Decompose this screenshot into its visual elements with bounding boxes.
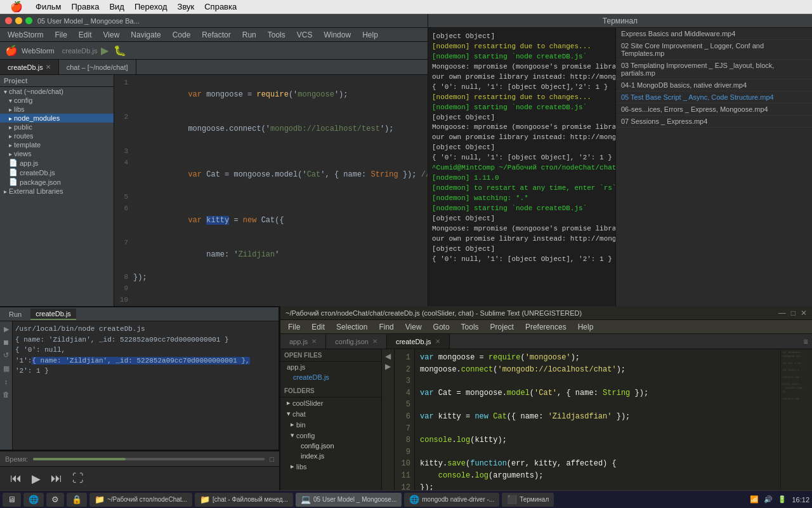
run-button[interactable]: ▶ — [100, 43, 110, 58]
tab-chat[interactable]: chat – [~/node/chat] — [59, 60, 136, 74]
menu-edit[interactable]: Правка — [71, 2, 99, 11]
sublime-tab-appjs[interactable]: app.js ✕ — [280, 334, 326, 349]
run-icon-scroll[interactable]: ↕ — [3, 377, 10, 387]
run-icon-filter[interactable]: ▦ — [2, 363, 11, 374]
tree-item-routes[interactable]: ▸ routes — [0, 131, 114, 140]
menu-help[interactable]: Справка — [204, 2, 237, 11]
menu-navigate[interactable]: Navigate — [126, 29, 166, 41]
file-list-item-1[interactable]: Express Basics and Middleware.mp4 — [616, 28, 812, 40]
tree-item-external[interactable]: ▸ External Libraries — [0, 187, 114, 196]
taskbar-app-mongodb[interactable]: 🌐 mongodb native-driver -... — [404, 493, 499, 507]
tree-item-views[interactable]: ▸ views — [0, 149, 114, 158]
minimize-button[interactable] — [15, 17, 22, 24]
menu-view[interactable]: Вид — [109, 2, 124, 11]
menu-go[interactable]: Переход — [134, 2, 167, 11]
close-button[interactable] — [5, 17, 12, 24]
apple-icon[interactable]: 🍎 — [10, 1, 23, 13]
tree-item-template[interactable]: ▸ template — [0, 140, 114, 149]
menu-file[interactable]: File — [49, 29, 72, 41]
tree-item-createdbjs[interactable]: 📄 createDb.js — [0, 168, 114, 177]
sublime-menu-edit[interactable]: Edit — [306, 321, 330, 333]
taskbar-app-finder[interactable]: 🖥 — [3, 493, 21, 507]
taskbar-app-terminal[interactable]: ⬛ Терминал — [502, 493, 554, 507]
sublime-minimize-button[interactable]: — — [778, 309, 786, 318]
file-list-item-2[interactable]: 02 Site Core Improvement _ Logger, Conf … — [616, 40, 812, 60]
sublime-menu-prefs[interactable]: Preferences — [520, 321, 572, 333]
menu-edit[interactable]: Edit — [74, 29, 97, 41]
sb-folder-coolslider[interactable]: ▸ coolSlider — [280, 398, 381, 408]
taskbar-app-settings[interactable]: ⚙ — [46, 493, 64, 507]
file-list-item-7[interactable]: 07 Sessions _ Express.mp4 — [616, 116, 812, 128]
sb-appjs[interactable]: app.js — [280, 362, 381, 372]
sb-folder-bin[interactable]: ▸ bin — [280, 419, 381, 430]
tree-item-libs[interactable]: ▸ libs — [0, 105, 114, 114]
tabs-menu-button[interactable]: ≡ — [799, 334, 812, 349]
file-list-item-5[interactable]: 05 Test Base Script _ Async, Code Struct… — [616, 91, 812, 104]
menu-run[interactable]: Run — [237, 29, 261, 41]
sb-folder-config[interactable]: ▾ config — [280, 430, 381, 441]
sublime-menu-find[interactable]: Find — [374, 321, 398, 333]
sublime-menu-view[interactable]: View — [400, 321, 427, 333]
progress-bar-container[interactable] — [33, 458, 265, 460]
file-list-item-3[interactable]: 03 Templating Improvement _ EJS _layout,… — [616, 60, 812, 79]
nav-left-arrow[interactable]: ◀ — [385, 352, 391, 361]
sb-createdbjs[interactable]: createDB.js — [280, 372, 381, 382]
menu-film[interactable]: Фильм — [36, 2, 61, 11]
code-editor[interactable]: 1 var mongoose = require('mongoose'); 2 … — [114, 75, 428, 306]
maximize-button[interactable] — [25, 17, 32, 24]
sublime-tab-appjs-close[interactable]: ✕ — [311, 338, 317, 345]
nav-right-arrow[interactable]: ▶ — [385, 362, 391, 371]
sublime-menu-goto[interactable]: Goto — [428, 321, 455, 333]
video-fullscreen-button[interactable]: ⛶ — [72, 472, 84, 485]
tree-item-appjs[interactable]: 📄 app.js — [0, 158, 114, 168]
tab-createdb-close[interactable]: ✕ — [46, 64, 51, 70]
debug-button[interactable]: 🐛 — [112, 43, 128, 58]
run-icon-play[interactable]: ▶ — [3, 324, 10, 335]
toolbar-icon-1[interactable]: 🍎 — [4, 43, 19, 58]
sublime-code-content[interactable]: var mongoose = require('mongoose'); mong… — [415, 349, 780, 491]
menu-helpide[interactable]: Help — [357, 29, 383, 41]
sublime-menu-tools[interactable]: Tools — [456, 321, 484, 333]
run-tab-run[interactable]: Run — [4, 309, 27, 319]
sublime-menu-selection[interactable]: Selection — [331, 321, 372, 333]
menu-vcs[interactable]: VCS — [292, 29, 318, 41]
taskbar-app-nodechat[interactable]: 📁 ~/Рабочий стол/nodeChat... — [89, 493, 192, 507]
file-list-item-6[interactable]: 06-ses...ices, Errors _ Express, Mongoos… — [616, 104, 812, 116]
run-output[interactable]: /usr/local/bin/node createDb.js { name: … — [13, 321, 278, 450]
tree-item-packagejson[interactable]: 📄 package.json — [0, 177, 114, 187]
sublime-tab-createdbjs-close[interactable]: ✕ — [435, 338, 440, 345]
video-prev-button[interactable]: ⏮ — [10, 472, 22, 485]
run-icon-trash[interactable]: 🗑 — [1, 389, 11, 399]
sublime-menu-project[interactable]: Project — [485, 321, 519, 333]
sublime-tab-configjson[interactable]: config.json ✕ — [326, 334, 387, 349]
run-tab-createdb[interactable]: createDb.js — [30, 309, 76, 320]
menu-webstorm[interactable]: WebStorm — [3, 29, 48, 41]
video-play-button[interactable]: ▶ — [32, 472, 41, 486]
tab-createdb[interactable]: createDb.js ✕ — [0, 60, 59, 74]
menu-window[interactable]: Window — [318, 29, 356, 41]
menu-tools[interactable]: Tools — [263, 29, 291, 41]
menu-refactor[interactable]: Refactor — [197, 29, 235, 41]
run-icon-stop[interactable]: ⏹ — [1, 337, 11, 347]
taskbar-app-lock[interactable]: 🔒 — [67, 493, 87, 507]
sublime-tab-createdbjs[interactable]: createDb.js ✕ — [387, 334, 450, 349]
sublime-tab-configjson-close[interactable]: ✕ — [372, 338, 377, 345]
menu-view[interactable]: View — [98, 29, 125, 41]
taskbar-app-chrome[interactable]: 🌐 — [23, 493, 44, 507]
menu-code[interactable]: Code — [167, 29, 196, 41]
tree-item-public[interactable]: ▸ public — [0, 123, 114, 131]
menu-sound[interactable]: Звук — [178, 2, 195, 11]
sublime-menu-help[interactable]: Help — [573, 321, 599, 333]
run-icon-rerun[interactable]: ↺ — [2, 350, 10, 361]
tree-item-node-modules[interactable]: ▸ node_modules — [0, 114, 114, 123]
taskbar-app-files[interactable]: 📁 [chat - Файловый менед... — [195, 493, 293, 507]
video-next-button[interactable]: ⏭ — [51, 472, 62, 485]
file-list-item-4[interactable]: 04-1 MongoDB basics, native driver.mp4 — [616, 79, 812, 91]
tree-item-root[interactable]: ▾ chat (~node/chat) — [0, 87, 114, 96]
sublime-close-button[interactable]: ✕ — [801, 309, 807, 318]
sb-folder-chat[interactable]: ▾ chat — [280, 408, 381, 419]
sb-folder-libs[interactable]: ▸ libs — [280, 461, 381, 472]
sb-file-indexjs[interactable]: index.js — [280, 451, 381, 461]
sb-file-configjson[interactable]: config.json — [280, 441, 381, 451]
taskbar-app-webstorm[interactable]: 💻 05 User Model _ Mongoose... — [296, 493, 402, 507]
